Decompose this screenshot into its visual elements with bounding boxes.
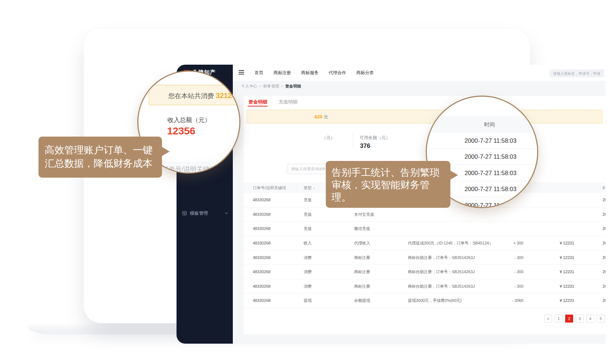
pagination-page-1[interactable]: 1 <box>555 315 563 323</box>
cell-order: 48330268 <box>253 284 271 288</box>
nav-item[interactable]: 首页 <box>255 70 263 76</box>
cell-proj: 代理收入 <box>354 240 370 246</box>
tab-recharge-detail[interactable]: 充值明细 <box>279 99 297 105</box>
cell-bal: ¥ 12231 <box>560 284 574 288</box>
funds-detail-card: 资金明细 充值明细 820 元 （元） 可用余额（元） 376 搜索 导出 <box>244 96 605 334</box>
consumption-banner: 820 元 <box>247 110 603 124</box>
nav-item[interactable]: 代理合作 <box>329 70 346 76</box>
cell-amt: - 3060 <box>498 298 523 303</box>
pagination-page-5[interactable]: 5 <box>597 315 605 323</box>
callout-text-line: 审核，实现智能财务管 <box>332 179 450 191</box>
cell-time: 2000-7-27 11:58:03 <box>603 270 605 274</box>
cell-type: 充值 <box>304 197 312 203</box>
callout-right: 告别手工统计、告别繁琐审核，实现智能财务管理。 <box>326 161 450 208</box>
breadcrumb-item[interactable]: 个人中心 <box>241 84 257 88</box>
cell-proj: 商标注册 <box>354 283 370 289</box>
cell-amt: - 300 <box>498 270 523 274</box>
cell-type: 收入 <box>304 240 312 246</box>
table-row: 48330268消费商标注册商标自助注册，订单号：SB2514263J- 300… <box>244 265 605 279</box>
chevron-down-icon <box>225 212 228 214</box>
cell-bal: ¥ 12231 <box>560 298 574 303</box>
cell-desc: 商标自助注册，订单号：SB2514263J <box>408 269 475 275</box>
col-order-keyword: 订单号/说明关键词 <box>253 185 286 191</box>
cell-order: 48330268 <box>253 255 271 260</box>
breadcrumb-item[interactable]: 财务管理 <box>263 84 279 88</box>
breadcrumb-current: 资金明细 <box>285 84 301 88</box>
cell-amt: - 300 <box>498 255 523 260</box>
table-row: 48330268消费商标注册商标自助注册，订单号：SB2514263J- 300… <box>244 250 605 265</box>
tab-active-underline <box>248 106 268 106</box>
top-navbar: 首页商标注册商标服务代理合作商标分类 <box>233 65 605 81</box>
cell-order: 48330268 <box>253 241 271 245</box>
callout-arrow <box>450 170 458 180</box>
col-type[interactable]: 类型∨ <box>304 185 315 191</box>
cell-type: 提现 <box>304 298 312 303</box>
nav-item[interactable]: 商标服务 <box>301 70 319 76</box>
sidebar-spacer <box>177 170 233 207</box>
cell-order: 48330268 <box>253 298 271 303</box>
callout-text-line: 理。 <box>332 191 450 203</box>
cell-desc: 商标自助注册，订单号：SB2514263J <box>408 283 475 289</box>
cell-order: 48330268 <box>253 212 271 217</box>
pagination-page-3[interactable]: 3 <box>576 315 584 323</box>
cell-proj: 商标注册 <box>354 269 370 275</box>
cell-type: 消费 <box>304 283 312 289</box>
pagination-page-4[interactable]: 4 <box>586 315 594 323</box>
breadcrumb: 个人中心>财务管理>资金明细 <box>241 84 301 89</box>
col-time: 时间 <box>603 185 605 191</box>
nav-item[interactable]: 商标分类 <box>356 70 374 76</box>
cell-bal: ¥ 12231 <box>560 255 574 260</box>
cell-time: 2000-7-27 11:58:03 <box>603 255 605 260</box>
cell-desc: 代理提成300元（ID:1245，订单号：SB45124） <box>408 240 493 246</box>
cell-bal: ¥ 12231 <box>560 270 574 274</box>
callout-text-line: 汇总数据，降低财务成本 <box>45 157 162 170</box>
callout-arrow <box>162 147 170 156</box>
table-body: 48330268充值微信充值2000-7-27 11:58:0348330268… <box>244 193 605 308</box>
cell-type: 消费 <box>304 255 312 260</box>
cell-proj: 余额提现 <box>354 298 370 303</box>
callout-left: 高效管理账户订单、一键汇总数据，降低财务成本 <box>38 137 162 178</box>
cell-order: 48330268 <box>253 226 271 231</box>
template-icon <box>182 211 187 216</box>
table-row: 48330268提现余额提现提现3000元，手续费2%(60元)- 3060¥ … <box>244 294 605 308</box>
nav-item[interactable]: 商标注册 <box>273 70 291 76</box>
cell-order: 48330268 <box>253 198 271 202</box>
cell-time: 2000-7-27 11:58:03 <box>603 212 605 217</box>
cell-desc: 商标自助注册，订单号：SB2514263J <box>408 255 475 260</box>
magnified-income-label: 收入总额（元） <box>167 116 211 124</box>
available-balance-value: 376 <box>360 142 370 150</box>
cell-proj: 商标注册 <box>354 255 370 260</box>
tab-funds-detail[interactable]: 资金明细 <box>248 99 267 105</box>
table-row: 48330268收入代理收入代理提成300元（ID:1245，订单号：SB451… <box>244 236 605 251</box>
nav-links: 首页商标注册商标服务代理合作商标分类 <box>255 65 374 81</box>
table-row: 48330268充值支付宝充值2000-7-27 11:58:03 <box>244 207 605 222</box>
cell-bal: ¥ 12231 <box>560 241 574 245</box>
sidebar-item-template[interactable]: 模板管理 <box>177 207 233 219</box>
magnified-time-header: 时间 <box>484 121 495 128</box>
cell-type: 消费 <box>304 269 312 275</box>
table-row: 48330268消费商标注册商标自助注册，订单号：SB2514263J- 300… <box>244 279 605 294</box>
cell-type: 充值 <box>304 211 312 217</box>
callout-text-line: 告别手工统计、告别繁琐 <box>332 166 450 179</box>
stat-divider <box>353 133 353 149</box>
cell-proj: 微信充值 <box>354 226 370 231</box>
pagination-prev[interactable]: < <box>544 315 552 323</box>
expense-total-label-fragment: （元） <box>322 135 335 141</box>
cell-time: 2000-7-27 11:58:03 <box>603 298 605 303</box>
cell-proj: 支付宝充值 <box>354 211 374 217</box>
cell-time: 2000-7-27 11:58:03 <box>603 198 605 202</box>
table-row: 48330268充值微信充值2000-7-27 11:58:03 <box>244 222 605 236</box>
menu-hamburger-icon[interactable] <box>239 70 244 76</box>
pagination-page-2[interactable]: 2 <box>565 315 573 323</box>
cell-time: 2000-7-27 11:58:03 <box>603 241 605 245</box>
trademark-search-input[interactable] <box>550 69 604 77</box>
pagination: <12345 <box>544 315 605 323</box>
cell-type: 充值 <box>304 226 312 231</box>
cell-time: 2000-7-27 11:58:03 <box>603 226 605 231</box>
available-balance-label: 可用余额（元） <box>360 135 390 141</box>
cell-order: 48330268 <box>253 270 271 274</box>
magnified-income-value: 12356 <box>167 125 195 137</box>
callout-text-line: 高效管理账户订单、一键 <box>45 143 162 157</box>
cell-amt: - 300 <box>498 284 523 288</box>
magnified-banner-text: 您在本站共消费 32124 元 <box>168 92 240 100</box>
